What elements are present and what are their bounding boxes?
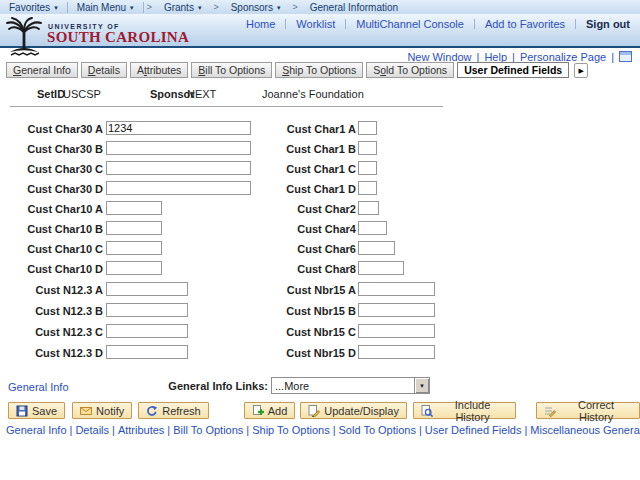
header-links: HomeWorklistMultiChannel ConsoleAdd to F… [236,17,632,31]
input-cust-char8[interactable] [358,261,404,275]
label-cust-char4: Cust Char4 [246,223,356,235]
bottom-link-divider: | [243,424,252,436]
input-cust-char6[interactable] [358,241,395,255]
label-cust-char6: Cust Char6 [246,243,356,255]
input-cust-n12-3-c[interactable] [106,324,188,338]
tab-label: User Defined Fields [464,64,562,76]
bottom-link-user-defined-fields[interactable]: User Defined Fields [425,424,522,436]
input-cust-char10-c[interactable] [106,241,162,255]
button-label: Save [32,405,57,417]
button-label: Correct History [560,399,632,423]
input-cust-char10-a[interactable] [106,201,162,215]
form-row: Cust Char30 ACust Char1 A [0,121,640,137]
input-cust-nbr15-b[interactable] [358,303,435,317]
input-cust-char2[interactable] [358,201,379,215]
tab-bar: General InfoDetailsAttributesBill To Opt… [6,62,634,78]
breadcrumb-item-general-information[interactable]: General Information [301,0,407,14]
button-correct-history[interactable]: Correct History [536,402,640,419]
utility-divider: | [477,51,480,63]
input-cust-n12-3-d[interactable] [106,345,188,359]
input-cust-n12-3-a[interactable] [106,282,188,296]
header-link-worklist[interactable]: Worklist [286,18,345,30]
input-cust-n12-3-b[interactable] [106,303,188,317]
general-info-links-select[interactable]: ...More ▼ [271,377,430,394]
update-display-icon [308,405,320,417]
breadcrumb-item-grants[interactable]: Grants▾ [155,0,211,14]
input-cust-nbr15-d[interactable] [358,345,435,359]
setid-value: USCSP [63,88,101,100]
label-cust-char1-b: Cust Char1 B [246,143,356,155]
button-notify[interactable]: Notify [72,402,132,419]
tab-ship-to-options[interactable]: Ship To Options [275,62,363,78]
header-link-add-to-favorites[interactable]: Add to Favorites [475,18,575,30]
tab-user-defined-fields[interactable]: User Defined Fields [457,62,569,78]
label-cust-char10-a: Cust Char10 A [0,203,103,215]
form-row: Cust Char30 CCust Char1 C [0,161,640,177]
input-cust-char30-d[interactable] [106,181,251,195]
button-update-display[interactable]: Update/Display [300,402,407,419]
input-cust-char1-c[interactable] [358,161,377,175]
input-cust-nbr15-c[interactable] [358,324,435,338]
tab-bill-to-options[interactable]: Bill To Options [191,62,272,78]
input-cust-char30-a[interactable] [106,121,251,135]
save-icon [16,405,28,417]
button-include-history[interactable]: Include History [413,402,516,419]
bottom-link-general-info[interactable]: General Info [6,424,67,436]
tab-general-info[interactable]: General Info [6,62,78,78]
input-cust-char4[interactable] [358,221,387,235]
input-cust-char1-b[interactable] [358,141,377,155]
breadcrumb-item-favorites[interactable]: Favorites▾ [0,0,67,14]
general-info-links-label: General Info Links: [150,380,268,392]
utility-link-new-window[interactable]: New Window [407,51,471,63]
breadcrumb-separator-icon: > [210,2,221,12]
record-header: SetID USCSP Sponsor NEXT Joanne's Founda… [0,88,640,101]
select-arrow-icon[interactable]: ▼ [414,378,429,393]
personalize-layout-icon[interactable] [619,51,632,62]
label-cust-char1-d: Cust Char1 D [246,183,356,195]
sponsor-value: NEXT [187,88,216,100]
bottom-link-attributes[interactable]: Attributes [118,424,164,436]
show-following-tabs-button[interactable]: ▶ [574,63,588,78]
label-cust-char10-c: Cust Char10 C [0,243,103,255]
input-cust-char1-a[interactable] [358,121,377,135]
divider-line [10,106,443,107]
tab-sold-to-options[interactable]: Sold To Options [366,62,454,78]
label-cust-char1-a: Cust Char1 A [246,123,356,135]
bottom-link-bill-to-options[interactable]: Bill To Options [173,424,243,436]
utility-link-help[interactable]: Help [484,51,507,63]
button-add[interactable]: Add [244,402,296,419]
header-link-multichannel-console[interactable]: MultiChannel Console [346,18,474,30]
bottom-link-miscellaneous-general-info[interactable]: Miscellaneous General Info [530,424,640,436]
bottom-link-sold-to-options[interactable]: Sold To Options [339,424,416,436]
input-cust-char10-b[interactable] [106,221,162,235]
breadcrumb-item-sponsors[interactable]: Sponsors▾ [222,0,290,14]
breadcrumb-item-main-menu[interactable]: Main Menu▾ [68,0,143,14]
dropdown-caret-icon: ▾ [277,4,281,11]
label-cust-nbr15-c: Cust Nbr15 C [246,326,356,338]
setid-label: SetID [37,88,65,100]
input-cust-nbr15-a[interactable] [358,282,435,296]
button-refresh[interactable]: Refresh [138,402,209,419]
tab-attributes[interactable]: Attributes [130,62,188,78]
utility-link-personalize-page[interactable]: Personalize Page [520,51,606,63]
label-cust-nbr15-d: Cust Nbr15 D [246,347,356,359]
breadcrumb-label: General Information [310,2,398,13]
input-cust-char30-c[interactable] [106,161,251,175]
bottom-link-details[interactable]: Details [75,424,109,436]
sign-out-link[interactable]: Sign out [576,18,632,30]
breadcrumb-separator-icon: > [144,2,155,12]
bottom-link-divider: | [330,424,339,436]
tab-details[interactable]: Details [81,62,127,78]
general-info-link[interactable]: General Info [8,381,69,393]
input-cust-char1-d[interactable] [358,181,377,195]
bottom-link-ship-to-options[interactable]: Ship To Options [252,424,329,436]
input-cust-char10-d[interactable] [106,261,162,275]
usc-palmetto-icon [3,16,45,62]
tab-label: ill To Options [205,64,265,76]
input-cust-char30-b[interactable] [106,141,251,155]
button-save[interactable]: Save [8,402,65,419]
form-fields: Cust Char30 ACust Char1 ACust Char30 BCu… [0,121,640,371]
header-link-home[interactable]: Home [236,18,285,30]
tab-label: ld To Options [386,64,447,76]
bottom-link-divider: | [521,424,530,436]
